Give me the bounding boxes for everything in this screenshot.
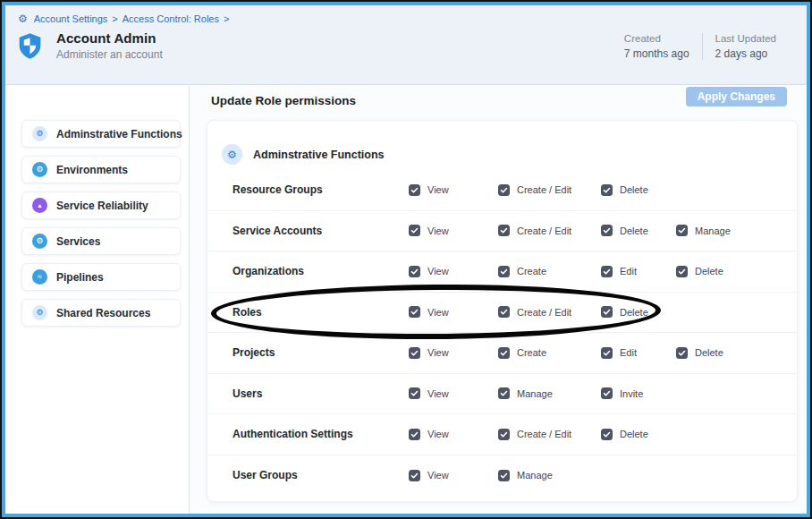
permission-label: Delete — [695, 347, 723, 358]
permission-label: Create / Edit — [517, 429, 571, 439]
permission-cell: Edit — [601, 266, 676, 277]
checkbox-checked[interactable] — [498, 387, 510, 399]
permission-label: View — [427, 429, 449, 439]
checkbox-checked[interactable] — [409, 306, 420, 318]
permission-manage: Manage — [498, 470, 601, 481]
checkbox-checked[interactable] — [601, 266, 613, 277]
checkbox-checked[interactable] — [409, 266, 420, 277]
permission-view: View — [409, 429, 498, 440]
apply-changes-button[interactable]: Apply Changes — [686, 87, 787, 106]
checkbox-checked[interactable] — [601, 225, 613, 236]
permission-view: View — [409, 347, 498, 359]
permission-row-service-accounts: Service AccountsViewCreate / EditDeleteM… — [207, 211, 797, 252]
checkbox-checked[interactable] — [498, 184, 510, 196]
checkbox-checked[interactable] — [601, 387, 613, 399]
permission-label: View — [427, 225, 449, 236]
sidebar-item-environments[interactable]: ⚙Environments — [21, 156, 181, 183]
permission-cell: Manage — [498, 470, 601, 481]
checkbox-checked[interactable] — [498, 266, 510, 277]
checkbox-checked[interactable] — [409, 429, 420, 440]
permission-label: View — [427, 307, 449, 318]
permission-label: Delete — [695, 266, 723, 277]
permission-cell: Create / Edit — [498, 184, 601, 196]
services-icon: ⚙ — [32, 234, 47, 249]
permissions-panel: Update Role permissions Apply Changes ⚙ … — [190, 85, 807, 514]
resource-name: Resource Groups — [233, 183, 409, 196]
checkbox-checked[interactable] — [498, 347, 510, 359]
sidebar-item-label: Shared Resources — [56, 307, 150, 319]
permission-manage: Manage — [498, 387, 601, 399]
permission-label: Manage — [517, 388, 553, 399]
permission-view: View — [409, 184, 498, 196]
gear-icon: ⚙ — [222, 144, 242, 165]
permission-label: Delete — [620, 184, 648, 195]
checkbox-checked[interactable] — [409, 347, 420, 359]
shared-resources-icon: ⚙ — [32, 305, 47, 320]
permission-cell: Create / Edit — [498, 225, 601, 236]
settings-gear-icon: ⚙ — [18, 13, 28, 24]
checkbox-checked[interactable] — [676, 225, 688, 236]
breadcrumb-separator: > — [224, 13, 229, 24]
sidebar-item-pipelines[interactable]: ≈Pipelines — [21, 263, 181, 291]
permission-view: View — [409, 306, 498, 318]
permission-view: View — [409, 387, 498, 399]
breadcrumb-separator: > — [112, 13, 117, 24]
meta-label: Last Updated — [715, 33, 776, 44]
checkbox-checked[interactable] — [601, 429, 613, 440]
permission-cell: Delete — [601, 225, 676, 236]
pipelines-icon: ≈ — [32, 269, 47, 285]
breadcrumb-link-0[interactable]: Account Settings — [34, 13, 108, 24]
checkbox-checked[interactable] — [498, 429, 510, 440]
checkbox-checked[interactable] — [498, 225, 510, 236]
resource-name: Authentication Settings — [233, 428, 409, 440]
permission-edit: Edit — [601, 266, 676, 277]
sidebar-item-label: Adminstrative Functions — [56, 128, 182, 140]
checkbox-checked[interactable] — [601, 347, 613, 359]
sidebar-item-services[interactable]: ⚙Services — [21, 227, 181, 255]
permission-delete: Delete — [676, 266, 797, 277]
checkbox-checked[interactable] — [409, 387, 420, 399]
permission-label: Create — [517, 347, 546, 358]
permission-view: View — [409, 225, 498, 236]
permission-label: Edit — [620, 266, 637, 277]
permission-cell: Delete — [601, 429, 676, 440]
checkbox-checked[interactable] — [498, 306, 510, 318]
checkbox-checked[interactable] — [409, 470, 420, 481]
permission-label: View — [427, 347, 449, 358]
panel-title: Update Role permissions — [211, 94, 356, 107]
permission-label: Delete — [620, 429, 648, 439]
breadcrumb-link-1[interactable]: Access Control: Roles — [123, 13, 219, 24]
checkbox-checked[interactable] — [409, 225, 420, 236]
checkbox-checked[interactable] — [498, 470, 510, 481]
sidebar-item-shared-resources[interactable]: ⚙Shared Resources — [21, 299, 181, 327]
checkbox-checked[interactable] — [601, 184, 613, 196]
permission-create-edit: Create / Edit — [498, 306, 601, 318]
checkbox-checked[interactable] — [601, 306, 613, 318]
checkbox-checked[interactable] — [409, 184, 420, 196]
permission-row-authentication-settings: Authentication SettingsViewCreate / Edit… — [207, 414, 797, 455]
permission-label: View — [427, 266, 449, 277]
permission-cell: Create — [498, 266, 601, 277]
permission-row-user-groups: User GroupsViewManage — [207, 455, 797, 497]
checkbox-checked[interactable] — [676, 347, 688, 359]
sidebar-item-label: Services — [56, 235, 100, 248]
breadcrumb: ⚙ Account Settings>Access Control: Roles… — [18, 13, 807, 24]
permission-label: Delete — [620, 307, 648, 318]
meta-value: 7 months ago — [624, 47, 689, 60]
sidebar-item-service-reliability[interactable]: ▲Service Reliability — [21, 191, 181, 219]
permission-delete: Delete — [601, 225, 676, 236]
permission-cell: Create / Edit — [498, 429, 601, 440]
permission-cell: View — [409, 387, 498, 399]
permission-cell: Create / Edit — [498, 306, 601, 318]
sidebar-item-label: Pipelines — [56, 271, 104, 284]
sidebar-item-label: Environments — [56, 164, 128, 176]
page-header: ⚙ Account Settings>Access Control: Roles… — [5, 5, 807, 85]
page-subtitle: Administer an account — [56, 48, 163, 61]
page-title: Account Admin — [56, 30, 163, 46]
permission-row-users: UsersViewManageInvite — [207, 374, 797, 415]
sidebar-item-adminstrative-functions[interactable]: ⚙Adminstrative Functions — [21, 120, 181, 148]
permission-label: Create — [517, 266, 546, 277]
checkbox-checked[interactable] — [676, 266, 688, 277]
permission-cell: View — [409, 266, 498, 277]
permission-row-resource-groups: Resource GroupsViewCreate / EditDelete — [207, 170, 797, 211]
